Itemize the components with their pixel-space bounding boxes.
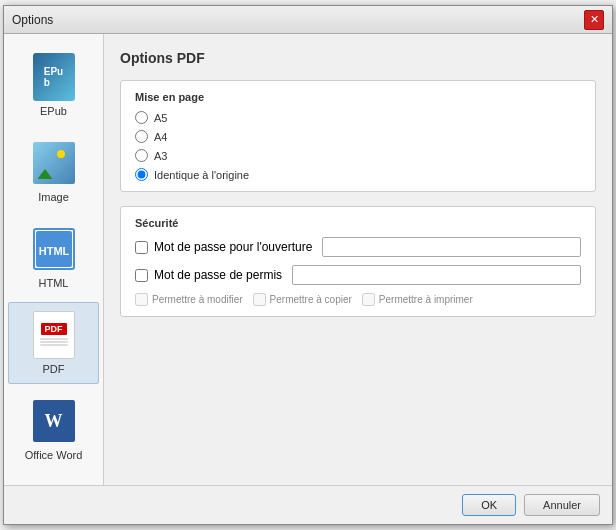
bottom-bar: OK Annuler	[4, 485, 612, 524]
label-identique[interactable]: Identique à l'origine	[154, 169, 249, 181]
mise-en-page-legend: Mise en page	[135, 91, 581, 103]
ok-button[interactable]: OK	[462, 494, 516, 516]
sidebar-label-image: Image	[38, 191, 69, 203]
mise-en-page-section: Mise en page A5 A4 A3	[120, 80, 596, 192]
label-copier[interactable]: Permettre à copier	[270, 294, 352, 305]
close-button[interactable]: ✕	[584, 10, 604, 30]
sidebar-label-office-word: Office Word	[25, 449, 83, 461]
radio-a5[interactable]	[135, 111, 148, 124]
pdf-badge: PDF	[41, 323, 67, 335]
options-dialog: Options ✕ EPub EPub Image	[3, 5, 613, 525]
label-modifier[interactable]: Permettre à modifier	[152, 294, 243, 305]
label-password-perm[interactable]: Mot de passe de permis	[154, 268, 282, 282]
radio-a4[interactable]	[135, 130, 148, 143]
title-bar: Options ✕	[4, 6, 612, 34]
checkbox-password-perm[interactable]	[135, 269, 148, 282]
label-password-open[interactable]: Mot de passe pour l'ouverture	[154, 240, 312, 254]
security-section: Sécurité Mot de passe pour l'ouverture M…	[120, 206, 596, 317]
perm-item-copier: Permettre à copier	[253, 293, 352, 306]
label-a3[interactable]: A3	[154, 150, 167, 162]
epub-icon-container: EPub	[30, 53, 78, 101]
checkbox-imprimer[interactable]	[362, 293, 375, 306]
radio-identique[interactable]	[135, 168, 148, 181]
html-icon-container: HTML	[30, 225, 78, 273]
password-open-row: Mot de passe pour l'ouverture	[135, 237, 581, 257]
page-size-radio-group: A5 A4 A3 Identique à l'origine	[135, 111, 581, 181]
permissions-row: Permettre à modifier Permettre à copier …	[135, 293, 581, 306]
panel-title: Options PDF	[120, 50, 596, 66]
perm-item-imprimer: Permettre à imprimer	[362, 293, 473, 306]
password-perm-label-group: Mot de passe de permis	[135, 268, 282, 282]
html-icon: HTML	[33, 228, 75, 270]
password-open-input[interactable]	[322, 237, 581, 257]
radio-item-a5: A5	[135, 111, 581, 124]
checkbox-modifier[interactable]	[135, 293, 148, 306]
radio-a3[interactable]	[135, 149, 148, 162]
sidebar-item-epub[interactable]: EPub EPub	[8, 44, 99, 126]
password-open-label-group: Mot de passe pour l'ouverture	[135, 240, 312, 254]
password-perm-row: Mot de passe de permis	[135, 265, 581, 285]
perm-item-modifier: Permettre à modifier	[135, 293, 243, 306]
epub-icon: EPub	[33, 53, 75, 101]
label-a5[interactable]: A5	[154, 112, 167, 124]
pdf-icon: PDF	[33, 311, 75, 359]
image-icon-container	[30, 139, 78, 187]
sidebar-label-pdf: PDF	[43, 363, 65, 375]
radio-item-identique: Identique à l'origine	[135, 168, 581, 181]
sidebar-item-pdf[interactable]: PDF PDF	[8, 302, 99, 384]
word-icon: W	[33, 400, 75, 442]
radio-item-a3: A3	[135, 149, 581, 162]
pdf-lines	[40, 337, 68, 347]
word-icon-container: W	[30, 397, 78, 445]
label-a4[interactable]: A4	[154, 131, 167, 143]
checkbox-password-open[interactable]	[135, 241, 148, 254]
sidebar-item-html[interactable]: HTML HTML	[8, 216, 99, 298]
radio-item-a4: A4	[135, 130, 581, 143]
image-icon	[33, 142, 75, 184]
label-imprimer[interactable]: Permettre à imprimer	[379, 294, 473, 305]
main-panel: Options PDF Mise en page A5 A4 A3	[104, 34, 612, 485]
security-legend: Sécurité	[135, 217, 581, 229]
checkbox-copier[interactable]	[253, 293, 266, 306]
cancel-button[interactable]: Annuler	[524, 494, 600, 516]
sidebar-label-epub: EPub	[40, 105, 67, 117]
sidebar-label-html: HTML	[39, 277, 69, 289]
dialog-content: EPub EPub Image HTML	[4, 34, 612, 485]
dialog-title: Options	[12, 13, 53, 27]
svg-text:HTML: HTML	[38, 245, 69, 257]
password-perm-input[interactable]	[292, 265, 581, 285]
pdf-icon-container: PDF	[30, 311, 78, 359]
sidebar: EPub EPub Image HTML	[4, 34, 104, 485]
sidebar-item-image[interactable]: Image	[8, 130, 99, 212]
sidebar-item-office-word[interactable]: W Office Word	[8, 388, 99, 470]
